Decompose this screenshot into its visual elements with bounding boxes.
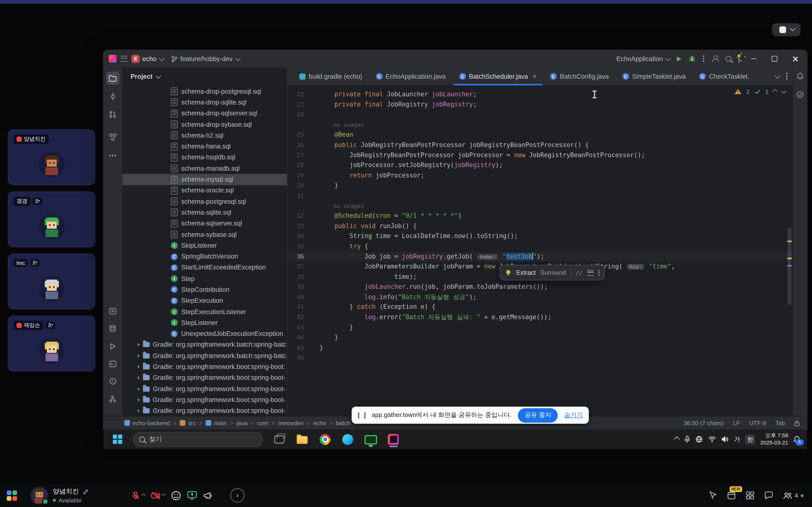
participants-control[interactable]: 4 (783, 491, 804, 500)
project-tree-item[interactable]: Gradle: org.springframework.batch:spring… (122, 339, 287, 350)
code-line[interactable]: 28 jobProcessor.setJobRegistry(jobRegist… (287, 161, 793, 171)
code-line[interactable]: 26 public JobRegistryBeanPostProcessor j… (287, 140, 793, 151)
prev-problem-icon[interactable] (772, 89, 777, 94)
editor-scrollbar[interactable] (788, 228, 791, 305)
lock-icon[interactable] (794, 420, 800, 426)
run-tool-icon[interactable] (106, 339, 119, 353)
participant-tile[interactable]: lmc (8, 253, 95, 309)
code-line[interactable]: 35 try { (287, 242, 793, 252)
usage-hint[interactable]: no usages (319, 203, 364, 209)
comment-action-icon[interactable]: // (576, 269, 582, 276)
structure-tool-icon[interactable] (106, 130, 119, 144)
code-line[interactable]: 29 return jobProcessor; (287, 171, 793, 181)
edge-icon[interactable] (342, 432, 354, 447)
problems-tool-icon[interactable] (106, 375, 119, 388)
line-number[interactable]: 45 (287, 343, 304, 353)
popup-action-extract[interactable]: Extract (516, 269, 536, 276)
camera-control[interactable] (151, 491, 165, 500)
code-line[interactable]: no usages (287, 201, 793, 211)
code-line[interactable]: 39 jobLauncher.run(job, jobParam.toJobPa… (287, 282, 793, 292)
reformat-action-icon[interactable] (587, 270, 594, 276)
volume-icon[interactable] (722, 436, 729, 442)
intellij-logo-icon[interactable] (109, 55, 116, 62)
project-tree-item[interactable]: schema-sqlite.sql (122, 207, 287, 218)
editor-tab[interactable]: CBatchScheduler.java× (452, 67, 543, 86)
project-tree-item[interactable]: schema-sqlserver.sql (122, 218, 287, 229)
line-number[interactable]: 22 (287, 90, 304, 100)
code-line[interactable]: no usages (287, 120, 793, 130)
version-control-tool-icon[interactable] (106, 392, 119, 406)
code-line[interactable]: 30 } (287, 181, 793, 191)
project-tree-item[interactable]: CSpringBatchVersion (122, 251, 287, 262)
chevron-right-icon[interactable] (138, 409, 140, 412)
inspections-widget[interactable]: 2 1 (734, 89, 784, 95)
self-avatar[interactable] (31, 487, 48, 504)
project-tree-item[interactable]: IStepListener (122, 317, 287, 328)
notification-center-icon[interactable]: 6 (794, 435, 801, 443)
line-number[interactable]: 36 (287, 252, 304, 262)
line-number[interactable]: 37 (287, 262, 304, 272)
line-number[interactable] (287, 120, 304, 130)
participant-tile[interactable]: 제임슨 (8, 316, 95, 371)
project-tree-item[interactable]: schema-h2.sql (122, 130, 287, 141)
run-config-selector[interactable]: EchoApplication (616, 55, 670, 62)
emote-smiley-icon[interactable] (171, 490, 181, 501)
taskbar-clock[interactable]: 오후 7:58 2025-03-21 (760, 432, 788, 446)
code-line[interactable]: 41 } catch (Exception e) { (287, 302, 793, 313)
more-actions-icon[interactable] (703, 58, 704, 59)
line-number[interactable]: 34 (287, 231, 304, 242)
add-person-icon[interactable] (30, 259, 40, 267)
hidden-tabs-icon[interactable] (774, 73, 780, 78)
line-number[interactable]: 35 (287, 242, 304, 252)
project-panel-header[interactable]: Project (122, 67, 287, 86)
run-button[interactable] (677, 56, 681, 61)
breadcrumb-item[interactable]: echo-backend (124, 420, 170, 426)
project-tree-item[interactable]: CStepExecution (122, 295, 287, 306)
line-number[interactable]: 23 (287, 100, 304, 110)
line-number[interactable]: 30 (287, 181, 304, 191)
project-tree-item[interactable]: schema-sybase.sql (122, 229, 287, 240)
code-line[interactable]: 33 public void runJob() { (287, 221, 793, 231)
caret-position[interactable]: 36:50 (7 chars) (684, 420, 724, 426)
indent-style[interactable]: Tab (775, 420, 785, 426)
code-line[interactable]: 45} (287, 343, 793, 353)
line-number[interactable] (287, 201, 304, 211)
chevron-right-icon[interactable] (138, 365, 140, 369)
project-tree-item[interactable]: schema-drop-sqlite.sql (122, 97, 287, 108)
megaphone-icon[interactable] (203, 491, 213, 500)
project-tree-item[interactable]: IStepExecutionListener (122, 306, 287, 317)
project-tree-item[interactable]: schema-mariadb.sql (122, 163, 287, 174)
intention-actions-popup[interactable]: Extract Surround // (500, 265, 605, 280)
stop-sharing-button[interactable]: 공유 중지 (518, 408, 558, 422)
project-tree-item[interactable]: schema-oracle.sql (122, 185, 287, 196)
breadcrumb-item[interactable]: batch (336, 420, 350, 426)
project-tree-item[interactable]: schema-postgresql.sql (122, 196, 287, 207)
breadcrumb-item[interactable]: main (206, 420, 227, 426)
participant-tile[interactable]: 양념치킨 (8, 129, 95, 185)
chevron-right-icon[interactable] (138, 376, 140, 380)
line-number[interactable]: 40 (287, 292, 304, 302)
edit-pencil-icon[interactable] (83, 489, 89, 495)
line-number[interactable]: 42 (287, 313, 304, 323)
code-with-me-icon[interactable] (711, 55, 718, 62)
project-tree-item[interactable]: schema-mysql.sql (122, 174, 287, 185)
project-tree-item[interactable]: schema-drop-postgresql.sql (122, 86, 287, 97)
code-line[interactable]: 31 (287, 191, 793, 201)
more-tools-icon[interactable] (106, 149, 119, 162)
line-number[interactable]: 29 (287, 171, 304, 181)
chevron-right-icon[interactable] (138, 398, 140, 401)
code-line[interactable]: 32 @Scheduled(cron = "0/1 * * * * *") (287, 211, 793, 221)
start-button[interactable] (113, 435, 122, 444)
code-line[interactable]: 25 @Bean (287, 130, 793, 140)
code-line[interactable]: 34 String time = LocalDateTime.now().toS… (287, 231, 793, 242)
project-tree-item[interactable]: Gradle: org.springframework.boot:spring-… (122, 383, 287, 394)
gather-apps-logo[interactable] (7, 490, 17, 501)
minimize-button[interactable] (747, 53, 760, 64)
editor[interactable]: 22 private final JobLauncher jobLauncher… (287, 86, 793, 416)
self-identity[interactable]: 양념치킨 Available (53, 488, 89, 503)
tab-options-icon[interactable] (786, 75, 788, 77)
ime-mode-indicator[interactable]: 가 (734, 435, 740, 444)
main-menu-icon[interactable] (120, 56, 128, 62)
close-button[interactable] (788, 53, 802, 64)
project-tree-item[interactable]: CStartLimitExceededException (122, 262, 287, 273)
